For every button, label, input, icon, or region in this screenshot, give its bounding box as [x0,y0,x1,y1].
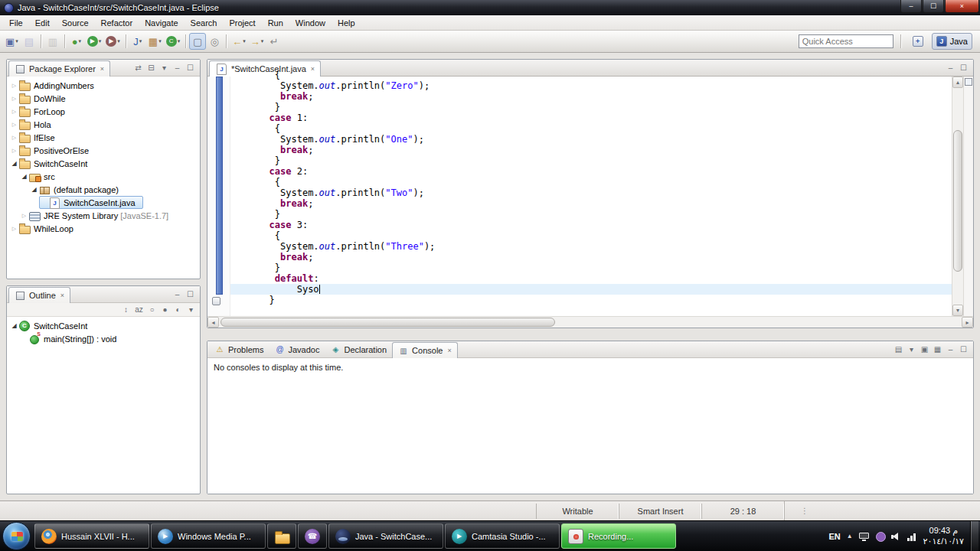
print-button[interactable]: ▥ [44,33,61,50]
code-line[interactable]: case 2: [230,166,952,177]
menu-item-edit[interactable]: Edit [29,17,56,29]
tab-javadoc[interactable]: @Javadoc [269,341,325,357]
tree-item-forloop[interactable]: ▷ForLoop [9,105,73,118]
tree-collapsed-arrow-icon[interactable]: ▷ [10,148,18,154]
titlebar[interactable]: Java - SwitchCaseInt/src/SwitchCaseInt.j… [0,0,980,15]
coverage-button[interactable]: ▶▾ [103,33,122,50]
taskbar-button-recording[interactable]: Recording... [561,523,676,549]
code-line[interactable]: case 1: [230,112,952,123]
tab-declaration[interactable]: ◈Declaration [325,341,392,357]
code-line[interactable]: System.out.println("Two"); [230,187,952,198]
tree-item-switchcaseint-java[interactable]: SwitchCaseInt.java [39,196,143,209]
menu-item-run[interactable]: Run [262,17,289,29]
code-lines[interactable]: { System.out.println("Zero"); break; } c… [230,70,952,316]
new-button[interactable]: ▣▾ [3,33,21,50]
scroll-up-icon[interactable]: ▴ [952,77,963,88]
code-line[interactable]: System.out.println("Zero"); [230,80,952,91]
menu-item-source[interactable]: Source [56,17,95,29]
code-line[interactable]: break; [230,145,952,155]
taskbar-button-eclipse[interactable]: Java - SwitchCase... [328,523,443,549]
code-line[interactable]: Syso [230,284,952,295]
close-view-icon[interactable]: × [100,65,104,73]
run-button[interactable]: ▶▾ [85,33,104,50]
show-desktop-button[interactable] [970,521,978,551]
viber-tray-icon[interactable] [875,532,885,541]
maximize-view-icon[interactable]: ☐ [185,289,196,300]
menu-item-navigate[interactable]: Navigate [139,17,184,29]
tree-item-dowhile[interactable]: ▷DoWhile [9,92,74,105]
code-line[interactable]: System.out.println("One"); [230,134,952,145]
code-line[interactable]: case 3: [230,220,952,230]
code-line[interactable]: { [230,230,952,241]
tree-item-default-package[interactable]: ◢(default package) [29,183,126,196]
tree-item-hola[interactable]: ▷Hola [9,118,59,131]
display-tray-icon[interactable] [859,532,869,541]
pin-console-icon[interactable]: ▣ [919,344,930,355]
debug-button[interactable]: ●▾ [68,33,85,50]
start-button[interactable] [2,522,31,550]
tree-item-switchcaseint[interactable]: ◢SwitchCaseInt [9,157,95,170]
tab-problems[interactable]: ⚠Problems [209,341,269,357]
vertical-scrollbar[interactable]: ▴ ▾ [952,77,963,316]
quick-access-input[interactable] [799,34,893,48]
tree-item-addingnumbers[interactable]: ▷AddingNumbers [9,79,102,92]
display-selected-console-icon[interactable]: ▦ [932,344,943,355]
horizontal-scrollbar-thumb[interactable] [220,318,555,327]
tree-collapsed-arrow-icon[interactable]: ▷ [10,83,18,89]
java-perspective-button[interactable]: J Java [932,33,972,50]
maximize-view-icon[interactable]: ☐ [958,62,969,73]
close-tab-icon[interactable]: × [447,347,451,354]
tree-collapsed-arrow-icon[interactable]: ▷ [10,122,18,128]
back-button[interactable]: ←▾ [230,33,248,50]
save-button[interactable]: ▤ [21,33,38,50]
tab-console[interactable]: ▥Console× [392,342,458,358]
vertical-scrollbar-thumb[interactable] [953,130,962,272]
open-console-dropdown-icon[interactable]: ▾ [906,344,917,355]
search-button[interactable]: ◎ [206,33,223,50]
taskbar-button-firefox[interactable]: Hussain XLVII - H... [34,523,149,549]
forward-button[interactable]: →▾ [248,33,266,50]
code-line[interactable]: break; [230,91,952,102]
taskbar-button-camtasia[interactable]: Camtasia Studio -... [445,523,560,549]
minimize-view-icon[interactable]: – [945,344,956,355]
scroll-left-icon[interactable]: ◂ [207,317,219,328]
code-line[interactable]: } [230,209,952,220]
hide-fields-icon[interactable]: ○ [146,304,158,315]
maximize-window-button[interactable]: ☐ [923,0,944,13]
show-hidden-icons-button[interactable]: ▲ [847,533,853,540]
taskbar-button-explorer[interactable] [267,523,296,549]
open-console-icon[interactable]: ▤ [893,344,904,355]
menu-item-window[interactable]: Window [289,17,332,29]
horizontal-scrollbar[interactable]: ◂ ▸ [207,316,973,328]
tree-expanded-arrow-icon[interactable]: ◢ [30,186,38,193]
taskbar-button-windows-media-player[interactable]: Windows Media P... [151,523,266,549]
menu-item-help[interactable]: Help [332,17,361,29]
code-line[interactable]: } [230,155,952,166]
new-class-button[interactable]: C▾ [164,33,183,50]
last-edit-location-button[interactable]: ↵ [266,33,283,50]
open-task-button[interactable]: ▢ [189,33,206,50]
view-menu-icon[interactable]: ▾ [185,304,197,315]
clock[interactable]: 09:43 م ٢٠١٤/١٠/١٧ [923,526,964,547]
tree-expanded-arrow-icon[interactable]: ◢ [10,160,18,167]
link-with-editor-icon[interactable]: ⇄ [132,62,144,73]
minimize-view-icon[interactable]: – [172,62,183,73]
tree-item-src[interactable]: ◢src [19,170,63,183]
code-line[interactable]: } [230,262,952,273]
view-menu-icon[interactable]: ▾ [158,62,170,73]
tree-item-main-string-void[interactable]: main(String[]) : void [19,332,124,345]
tree-expanded-arrow-icon[interactable]: ◢ [20,173,28,180]
tree-collapsed-arrow-icon[interactable]: ▷ [10,109,18,115]
close-window-button[interactable]: × [945,0,979,13]
sort-alphabetically-icon[interactable]: az [133,304,145,315]
horizontal-scrollbar-track[interactable] [219,317,962,328]
code-line[interactable]: default: [230,273,952,284]
menu-item-search[interactable]: Search [185,17,224,29]
minimize-view-icon[interactable]: – [172,289,183,300]
code-line[interactable]: { [230,70,952,80]
volume-tray-icon[interactable] [891,532,901,541]
open-perspective-button[interactable]: + [908,33,928,50]
scroll-down-icon[interactable]: ▾ [952,305,963,316]
tree-collapsed-arrow-icon[interactable]: ▷ [20,213,28,219]
scroll-right-icon[interactable]: ▸ [962,317,973,328]
